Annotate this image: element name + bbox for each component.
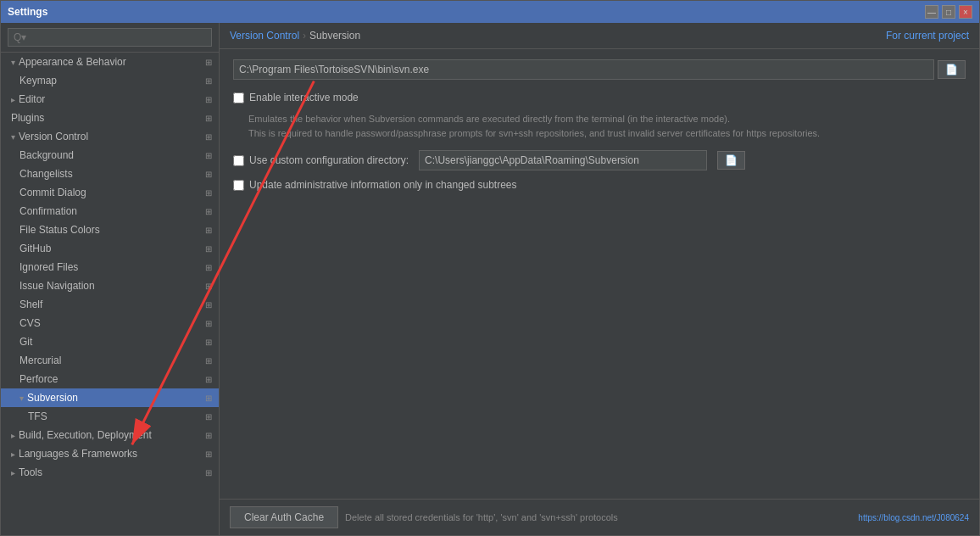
maximize-button[interactable]: □ — [942, 5, 955, 19]
sidebar-item-icon: ⊞ — [205, 170, 212, 179]
sidebar-item-label: File Status Colors — [19, 224, 202, 236]
custom-config-label[interactable]: Use custom configuration directory: — [233, 154, 409, 166]
watermark-text: https://blog.csdn.net/J080624 — [858, 513, 969, 522]
sidebar-item-background[interactable]: Background⊞ — [1, 146, 219, 165]
expand-icon: ▾ — [11, 58, 15, 67]
sidebar-item-icon: ⊞ — [205, 300, 212, 310]
sidebar-item-appearance[interactable]: ▾Appearance & Behavior⊞ — [1, 53, 219, 71]
window-title: Settings — [8, 6, 47, 18]
sidebar-item-icon: ⊞ — [205, 356, 212, 366]
breadcrumb-parent[interactable]: Version Control — [230, 30, 299, 42]
sidebar-item-icon: ⊞ — [205, 394, 212, 403]
interactive-mode-row: Enable interactive mode — [233, 92, 966, 103]
sidebar-item-icon: ⊞ — [205, 151, 212, 160]
sidebar-item-changelists[interactable]: Changelists⊞ — [1, 165, 219, 183]
sidebar-item-label: Appearance & Behavior — [19, 56, 202, 68]
interactive-mode-text: Enable interactive mode — [249, 92, 359, 103]
sidebar-item-tfs[interactable]: TFS⊞ — [1, 407, 219, 426]
sidebar-item-version-control[interactable]: ▾Version Control⊞ — [1, 127, 219, 146]
sidebar-items-container: ▾Appearance & Behavior⊞Keymap⊞▸Editor⊞Pl… — [1, 53, 219, 482]
sidebar-item-label: Tools — [19, 466, 202, 478]
svn-path-input[interactable] — [233, 59, 934, 80]
sidebar-item-perforce[interactable]: Perforce⊞ — [1, 370, 219, 388]
title-bar: Settings — □ × — [1, 1, 979, 23]
sidebar-item-label: TFS — [28, 410, 202, 422]
interactive-mode-checkbox[interactable] — [233, 92, 244, 103]
sidebar-item-keymap[interactable]: Keymap⊞ — [1, 71, 219, 90]
sidebar-item-icon: ⊞ — [205, 76, 212, 86]
sidebar-item-file-status-colors[interactable]: File Status Colors⊞ — [1, 221, 219, 239]
sidebar-item-icon: ⊞ — [205, 207, 212, 216]
sidebar-item-icon: ⊞ — [205, 375, 212, 384]
sidebar-item-label: Commit Dialog — [19, 187, 202, 198]
sidebar-item-label: Plugins — [11, 112, 202, 124]
for-current-project-link[interactable]: For current project — [886, 30, 969, 42]
sidebar-item-label: Ignored Files — [19, 261, 202, 273]
sidebar-item-shelf[interactable]: Shelf⊞ — [1, 295, 219, 314]
sidebar-item-git[interactable]: Git⊞ — [1, 332, 219, 351]
sidebar-item-icon: ⊞ — [205, 338, 212, 347]
expand-icon: ▸ — [11, 431, 15, 440]
sidebar-item-icon: ⊞ — [205, 114, 212, 123]
sidebar-item-icon: ⊞ — [205, 188, 212, 198]
sidebar-item-label: Perforce — [19, 373, 202, 385]
interactive-mode-label[interactable]: Enable interactive mode — [233, 92, 359, 103]
interactive-description: Emulates the behavior when Subversion co… — [248, 112, 966, 140]
sidebar-item-icon: ⊞ — [205, 449, 212, 459]
sidebar-item-label: Subversion — [27, 392, 202, 404]
custom-config-text: Use custom configuration directory: — [249, 154, 409, 166]
sidebar-item-confirmation[interactable]: Confirmation⊞ — [1, 202, 219, 221]
expand-icon: ▸ — [11, 95, 15, 104]
sidebar-item-label: Confirmation — [19, 205, 202, 217]
admin-info-row: Update administrative information only i… — [233, 179, 966, 191]
main-content: ▾Appearance & Behavior⊞Keymap⊞▸Editor⊞Pl… — [1, 23, 979, 535]
custom-config-row: Use custom configuration directory: 📄 — [233, 150, 966, 170]
admin-info-label[interactable]: Update administrative information only i… — [233, 179, 517, 191]
sidebar-item-icon: ⊞ — [205, 319, 212, 328]
browse-button[interactable]: 📄 — [938, 60, 966, 79]
custom-config-browse-button[interactable]: 📄 — [717, 151, 745, 170]
sidebar-item-build[interactable]: ▸Build, Execution, Deployment⊞ — [1, 426, 219, 444]
sidebar: ▾Appearance & Behavior⊞Keymap⊞▸Editor⊞Pl… — [1, 23, 220, 535]
sidebar-item-label: GitHub — [19, 243, 202, 254]
sidebar-item-label: Issue Navigation — [19, 280, 202, 292]
sidebar-item-icon: ⊞ — [205, 282, 212, 291]
window-controls: — □ × — [925, 5, 972, 19]
search-bar[interactable] — [1, 23, 219, 53]
sidebar-item-ignored-files[interactable]: Ignored Files⊞ — [1, 258, 219, 276]
right-panel: Version Control › Subversion For current… — [220, 23, 979, 535]
sidebar-item-subversion[interactable]: ▾Subversion⊞ — [1, 388, 219, 407]
sidebar-item-label: Editor — [19, 93, 202, 105]
close-button[interactable]: × — [959, 5, 972, 19]
minimize-button[interactable]: — — [925, 5, 938, 19]
sidebar-item-label: Version Control — [19, 131, 202, 142]
sidebar-item-icon: ⊞ — [205, 95, 212, 104]
sidebar-item-editor[interactable]: ▸Editor⊞ — [1, 90, 219, 109]
custom-config-input[interactable] — [419, 150, 707, 170]
sidebar-item-label: Changelists — [19, 168, 202, 180]
sidebar-item-github[interactable]: GitHub⊞ — [1, 239, 219, 258]
sidebar-item-icon: ⊞ — [205, 412, 212, 422]
search-input[interactable] — [8, 28, 212, 47]
sidebar-item-label: Languages & Frameworks — [19, 448, 202, 460]
sidebar-item-label: Shelf — [19, 299, 202, 310]
sidebar-item-label: Background — [19, 149, 202, 161]
admin-info-checkbox[interactable] — [233, 180, 244, 191]
sidebar-item-label: Git — [19, 336, 202, 348]
sidebar-item-commit-dialog[interactable]: Commit Dialog⊞ — [1, 183, 219, 202]
clear-auth-cache-button[interactable]: Clear Auth Cache — [230, 506, 338, 528]
sidebar-item-issue-navigation[interactable]: Issue Navigation⊞ — [1, 276, 219, 295]
panel-body: 📄 Enable interactive mode Emulates the b… — [220, 49, 979, 499]
settings-window: Settings — □ × ▾Appearance & Behavior⊞Ke… — [0, 0, 980, 536]
breadcrumb: Version Control › Subversion For current… — [220, 23, 979, 49]
sidebar-item-plugins[interactable]: Plugins⊞ — [1, 109, 219, 127]
sidebar-item-label: Keymap — [19, 75, 202, 87]
sidebar-item-languages[interactable]: ▸Languages & Frameworks⊞ — [1, 444, 219, 463]
sidebar-item-cvs[interactable]: CVS⊞ — [1, 314, 219, 332]
sidebar-item-tools[interactable]: ▸Tools⊞ — [1, 463, 219, 482]
sidebar-item-mercurial[interactable]: Mercurial⊞ — [1, 351, 219, 370]
sidebar-item-icon: ⊞ — [205, 263, 212, 272]
custom-config-checkbox[interactable] — [233, 155, 244, 166]
sidebar-item-label: Mercurial — [19, 355, 202, 366]
expand-icon: ▸ — [11, 449, 15, 459]
